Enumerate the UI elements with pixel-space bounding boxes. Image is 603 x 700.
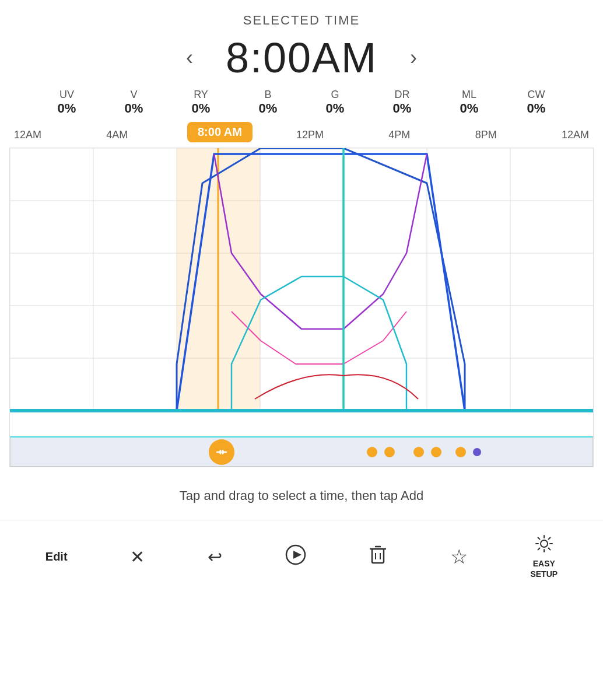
channel-ml: ML 0% (436, 89, 503, 116)
star-button[interactable]: ☆ (450, 545, 468, 569)
star-icon: ☆ (450, 545, 468, 569)
prev-time-button[interactable]: ‹ (177, 47, 202, 68)
next-time-button[interactable]: › (401, 47, 426, 68)
edit-button[interactable]: Edit (45, 550, 68, 564)
play-icon (285, 544, 306, 570)
channel-values-row: UV 0% V 0% RY 0% B 0% G 0% DR 0% ML 0% C… (0, 86, 603, 122)
dot-4 (431, 447, 441, 457)
time-navigation: ‹ 8:00AM › (0, 28, 603, 86)
channel-dr: DR 0% (369, 89, 436, 116)
svg-line-32 (548, 538, 550, 540)
delete-icon (369, 544, 387, 570)
chart-area[interactable] (9, 148, 594, 467)
channel-v: V 0% (100, 89, 167, 116)
channel-uv: UV 0% (33, 89, 100, 116)
close-icon: ✕ (130, 547, 145, 568)
channel-g: G 0% (302, 89, 369, 116)
svg-line-33 (538, 548, 539, 550)
time-label-12pm: 12PM (296, 129, 324, 141)
dot-5 (455, 447, 466, 457)
svg-point-25 (541, 540, 548, 547)
easy-setup-label-line1: EASY (533, 559, 555, 569)
easy-setup-icon (535, 534, 553, 558)
time-label-4am: 4AM (106, 129, 128, 141)
close-button[interactable]: ✕ (130, 547, 145, 568)
svg-line-30 (538, 538, 539, 540)
bottom-toolbar: Edit ✕ ↩ ☆ (0, 520, 603, 591)
svg-line-31 (548, 548, 550, 550)
selected-time-header: SELECTED TIME (0, 0, 603, 28)
back-icon: ↩ (208, 547, 222, 568)
dots-row (367, 447, 481, 457)
time-label-4pm: 4PM (388, 129, 410, 141)
dot-1 (367, 447, 377, 457)
instruction-text: Tap and drag to select a time, then tap … (0, 467, 603, 520)
play-button[interactable] (285, 544, 306, 570)
current-time-display: 8:00AM (226, 34, 377, 82)
dot-2 (384, 447, 395, 457)
channel-b: B 0% (234, 89, 302, 116)
channel-ry: RY 0% (167, 89, 234, 116)
dot-6 (473, 448, 481, 456)
easy-setup-button[interactable]: EASY SETUP (530, 534, 558, 579)
svg-marker-19 (293, 551, 302, 559)
channel-cw: CW 0% (503, 89, 570, 116)
selected-time-bubble: 8:00 AM (187, 122, 253, 142)
time-label-8pm: 8PM (475, 129, 497, 141)
timeline-wrapper: 12AM 4AM 8:00 AM 12PM 4PM 8PM 12AM 8:00 … (9, 122, 594, 467)
svg-rect-20 (372, 549, 384, 563)
delete-button[interactable] (369, 544, 387, 570)
time-label-12am-start: 12AM (14, 129, 41, 141)
easy-setup-label-line2: SETUP (530, 569, 558, 579)
scroll-area[interactable] (10, 436, 593, 467)
time-label-12am-end: 12AM (562, 129, 589, 141)
drag-handle[interactable] (209, 439, 234, 465)
back-button[interactable]: ↩ (208, 547, 222, 568)
dot-3 (413, 447, 424, 457)
